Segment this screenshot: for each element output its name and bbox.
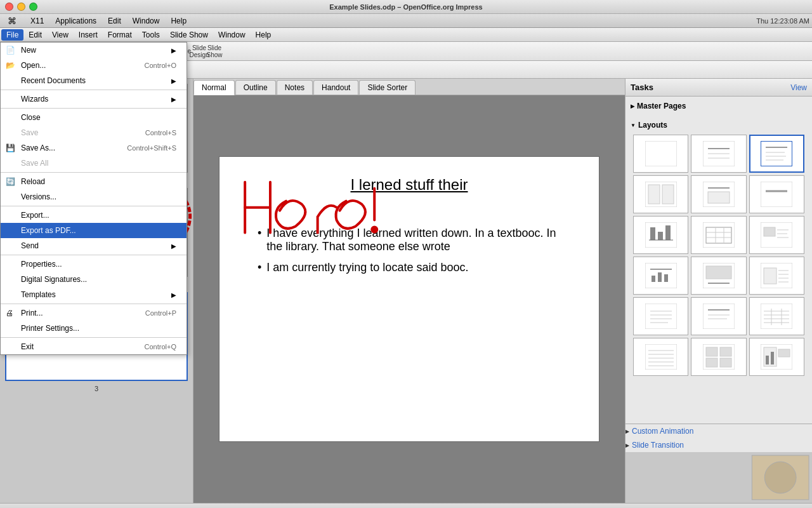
mac-menu-help[interactable]: Help bbox=[166, 15, 192, 27]
menu-item-close[interactable]: Close bbox=[1, 110, 187, 125]
minimize-button[interactable] bbox=[17, 3, 25, 11]
menu-item-reload[interactable]: 🔄 Reload bbox=[1, 174, 187, 189]
layout-4-two-col[interactable] bbox=[633, 175, 688, 213]
layout-14-title-lines[interactable] bbox=[691, 297, 746, 335]
view-tabs: Normal Outline Notes Handout Slide Sorte… bbox=[193, 79, 625, 95]
menu-item-saveall: Save All bbox=[1, 156, 187, 171]
apple-menu[interactable]: ⌘ bbox=[3, 15, 22, 27]
menu-item-close-label: Close bbox=[21, 113, 41, 122]
master-pages-header[interactable]: ▶ Master Pages bbox=[631, 99, 807, 113]
menu-item-print[interactable]: 🖨 Print... Control+P bbox=[1, 305, 187, 321]
menu-file[interactable]: File bbox=[1, 29, 23, 41]
master-pages-section: ▶ Master Pages bbox=[625, 97, 812, 116]
layout-11-image-title[interactable] bbox=[691, 257, 746, 295]
master-pages-label: Master Pages bbox=[637, 102, 686, 110]
sep-3 bbox=[1, 172, 187, 173]
tab-normal[interactable]: Normal bbox=[193, 80, 235, 95]
menu-item-send-label: Send bbox=[21, 241, 39, 250]
slide-show-btn[interactable]: Slide Show bbox=[207, 44, 221, 58]
saveas-shortcut: Control+Shift+S bbox=[127, 144, 176, 152]
menu-insert[interactable]: Insert bbox=[74, 29, 103, 41]
slide-canvas: I lerned stuff their • I have everything… bbox=[193, 95, 625, 503]
open-shortcut: Control+O bbox=[145, 62, 176, 69]
tab-outline[interactable]: Outline bbox=[235, 80, 276, 95]
menu-tools[interactable]: Tools bbox=[137, 29, 165, 41]
tab-handout[interactable]: Handout bbox=[313, 80, 358, 95]
slide-transition-triangle: ▶ bbox=[625, 443, 629, 448]
wizards-arrow: ▶ bbox=[171, 96, 176, 103]
tasks-view-btn[interactable]: View bbox=[790, 83, 807, 92]
menu-item-export-pdf-label: Export as PDF... bbox=[21, 226, 76, 235]
layout-13-text-only[interactable] bbox=[633, 297, 688, 335]
layout-8-table[interactable] bbox=[691, 216, 746, 254]
window-controls[interactable] bbox=[5, 3, 37, 11]
open-icon: 📂 bbox=[6, 61, 15, 70]
panel-bottom-sections: ▶ Custom Animation ▶ Slide Transition bbox=[625, 424, 812, 452]
layouts-header[interactable]: ▼ Layouts bbox=[631, 118, 807, 132]
svg-rect-77 bbox=[761, 304, 792, 329]
menu-item-open[interactable]: 📂 Open... Control+O bbox=[1, 58, 187, 73]
tasks-title: Tasks bbox=[631, 83, 653, 92]
layout-5-content[interactable] bbox=[691, 175, 746, 213]
mac-menu-window[interactable]: Window bbox=[128, 15, 165, 27]
menu-item-saveas[interactable]: 💾 Save As... Control+Shift+S bbox=[1, 140, 187, 156]
menu-edit[interactable]: Edit bbox=[23, 29, 47, 41]
menu-item-export-pdf[interactable]: Export as PDF... bbox=[1, 223, 187, 238]
mac-menu-bar: ⌘ X11 Applications Edit Window Help Thu … bbox=[0, 14, 812, 28]
layout-7-chart-title[interactable] bbox=[633, 216, 688, 254]
menu-item-digital-signatures[interactable]: Digital Signatures... bbox=[1, 272, 187, 287]
custom-animation-label: Custom Animation bbox=[632, 427, 693, 436]
slide-transition-item[interactable]: ▶ Slide Transition bbox=[625, 438, 812, 452]
svg-rect-43 bbox=[703, 222, 735, 248]
layout-3-title-list[interactable] bbox=[749, 135, 804, 173]
svg-rect-92 bbox=[720, 347, 731, 356]
slide-content[interactable]: I lerned stuff their • I have everything… bbox=[219, 156, 599, 442]
print-shortcut: Control+P bbox=[145, 309, 176, 317]
slide-design-btn[interactable]: Slide Design bbox=[192, 44, 206, 58]
menu-item-properties[interactable]: Properties... bbox=[1, 257, 187, 272]
layout-15-grid[interactable] bbox=[749, 297, 804, 335]
menu-item-wizards[interactable]: Wizards ▶ bbox=[1, 91, 187, 107]
svg-rect-99 bbox=[778, 349, 790, 357]
menu-item-export[interactable]: Export... bbox=[1, 208, 187, 223]
slide-subtitle: I lerned stuff their bbox=[232, 176, 586, 194]
close-button[interactable] bbox=[5, 3, 13, 11]
layout-12-chart-text[interactable] bbox=[749, 257, 804, 295]
mac-menu-applications[interactable]: Applications bbox=[50, 15, 102, 27]
menu-window[interactable]: Window bbox=[213, 29, 251, 41]
menu-item-new[interactable]: 📄 New ▶ bbox=[1, 43, 187, 58]
mac-menu-edit[interactable]: Edit bbox=[103, 15, 126, 27]
menu-format[interactable]: Format bbox=[103, 29, 137, 41]
layouts-triangle: ▼ bbox=[631, 123, 636, 128]
menu-view[interactable]: View bbox=[47, 29, 74, 41]
layout-18-chart-image[interactable] bbox=[749, 338, 804, 376]
menu-item-templates[interactable]: Templates ▶ bbox=[1, 287, 187, 302]
mac-menu-x11[interactable]: X11 bbox=[25, 15, 49, 27]
sep-6 bbox=[1, 304, 187, 304]
custom-animation-item[interactable]: ▶ Custom Animation bbox=[625, 424, 812, 438]
menu-item-send[interactable]: Send ▶ bbox=[1, 238, 187, 253]
svg-rect-58 bbox=[664, 274, 668, 282]
layout-9-image-text[interactable] bbox=[749, 216, 804, 254]
file-menu-dropdown[interactable]: 📄 New ▶ 📂 Open... Control+O Recent Docum… bbox=[0, 42, 187, 355]
tab-notes[interactable]: Notes bbox=[277, 80, 313, 95]
layout-2-title-center[interactable] bbox=[691, 135, 746, 173]
layout-17-image-grid[interactable] bbox=[691, 338, 746, 376]
menu-item-versions[interactable]: Versions... bbox=[1, 189, 187, 204]
saveas-icon: 💾 bbox=[6, 144, 15, 152]
layout-6-title-only[interactable] bbox=[749, 175, 804, 213]
menu-item-recent[interactable]: Recent Documents ▶ bbox=[1, 73, 187, 88]
menu-slideshow[interactable]: Slide Show bbox=[165, 29, 213, 41]
layout-10-title-chart[interactable] bbox=[633, 257, 688, 295]
layout-1-blank[interactable] bbox=[633, 135, 688, 173]
tab-slide-sorter[interactable]: Slide Sorter bbox=[359, 80, 416, 95]
menu-item-print-label: Print... bbox=[21, 309, 43, 318]
menu-item-printer-settings[interactable]: Printer Settings... bbox=[1, 321, 187, 336]
layout-16-lines-only[interactable] bbox=[633, 338, 688, 376]
menu-item-exit-label: Exit bbox=[21, 342, 34, 351]
svg-rect-91 bbox=[706, 347, 717, 356]
menu-help[interactable]: Help bbox=[251, 29, 277, 41]
maximize-button[interactable] bbox=[29, 3, 37, 11]
sep-2 bbox=[1, 108, 187, 109]
menu-item-exit[interactable]: Exit Control+Q bbox=[1, 339, 187, 354]
